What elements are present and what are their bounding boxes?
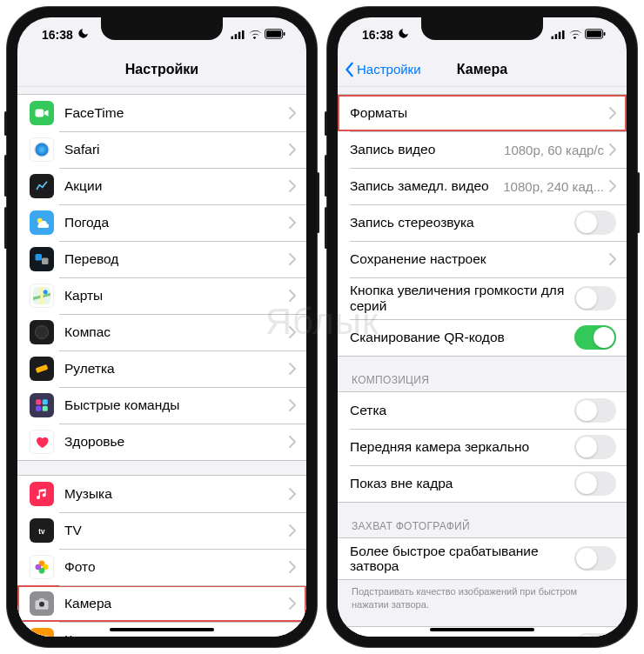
svg-rect-38 — [587, 30, 601, 37]
camera-row-mirror-front[interactable]: Передняя камера зеркально — [338, 429, 627, 465]
chevron-right-icon — [289, 399, 296, 411]
camera-row-grid[interactable]: Сетка — [338, 392, 627, 429]
toggle-grid[interactable] — [574, 398, 616, 423]
dnd-icon — [77, 28, 89, 43]
settings-row-weather[interactable]: Погода — [17, 204, 306, 241]
svg-rect-0 — [231, 37, 234, 39]
music-icon — [30, 482, 54, 506]
chevron-right-icon — [289, 107, 296, 119]
tv-icon: tv — [30, 518, 54, 543]
row-label: Карты — [64, 288, 289, 304]
settings-row-facetime[interactable]: FaceTime — [17, 95, 306, 131]
camera-row-faster-shutter[interactable]: Более быстрое срабатывание затвора — [338, 538, 627, 580]
chevron-right-icon — [289, 253, 296, 265]
settings-row-safari[interactable]: Safari — [17, 131, 306, 168]
chevron-right-icon — [609, 107, 616, 119]
row-label: Акции — [64, 178, 289, 194]
status-time: 16:38 — [42, 28, 73, 42]
row-label: Сетка — [350, 403, 574, 418]
row-label: Сканирование QR-кодов — [350, 330, 574, 345]
svg-rect-5 — [266, 30, 281, 37]
status-time: 16:38 — [362, 28, 393, 42]
chevron-right-icon — [289, 217, 296, 229]
phone-right: 16:38 Настройки Камера ФорматыЗапись вид… — [327, 7, 637, 647]
svg-rect-1 — [235, 34, 238, 39]
row-label: Книги — [64, 632, 289, 637]
safari-icon — [30, 137, 54, 162]
page-title: Камера — [457, 62, 507, 77]
row-detail: 1080p, 60 кадр/с — [504, 143, 604, 157]
settings-row-tv[interactable]: tvTV — [17, 512, 306, 549]
toggle-mirror-front[interactable] — [574, 435, 616, 459]
maps-icon — [30, 284, 54, 308]
dnd-icon — [397, 28, 409, 43]
svg-rect-2 — [238, 32, 241, 39]
page-title: Настройки — [125, 62, 198, 77]
camera-settings-content[interactable]: ФорматыЗапись видео1080p, 60 кадр/сЗапис… — [338, 87, 627, 637]
toggle-scan-qr[interactable] — [574, 325, 616, 350]
settings-row-shortcuts[interactable]: Быстрые команды — [17, 387, 306, 424]
camera-row-volume-burst[interactable]: Кнопка увеличения громкости для серий — [338, 277, 627, 319]
svg-point-14 — [44, 290, 48, 294]
camera-row-preserve-settings[interactable]: Сохранение настроек — [338, 241, 627, 277]
chevron-right-icon — [289, 143, 296, 156]
toggle-smart-hdr[interactable] — [574, 633, 616, 637]
row-label: Передняя камера зеркально — [350, 439, 574, 455]
svg-rect-16 — [36, 364, 49, 373]
row-label: Показ вне кадра — [350, 476, 574, 491]
svg-text:tv: tv — [38, 528, 45, 536]
chevron-right-icon — [289, 634, 296, 637]
row-label: Запись стереозвука — [350, 215, 574, 230]
camera-row-view-outside-frame[interactable]: Показ вне кадра — [338, 465, 627, 502]
settings-row-translate[interactable]: Перевод — [17, 241, 306, 277]
row-label: Более быстрое срабатывание затвора — [350, 544, 574, 575]
chevron-right-icon — [289, 363, 296, 375]
photos-icon — [30, 555, 54, 579]
chevron-right-icon — [289, 524, 296, 537]
chevron-right-icon — [289, 597, 296, 610]
chevron-right-icon — [289, 436, 296, 448]
home-indicator — [110, 628, 214, 631]
settings-row-music[interactable]: Музыка — [17, 476, 306, 512]
toggle-faster-shutter[interactable] — [574, 546, 616, 571]
cellular-icon — [231, 28, 245, 42]
row-label: Рулетка — [64, 361, 289, 377]
row-detail: 1080p, 240 кад... — [503, 179, 604, 194]
stocks-icon — [30, 174, 54, 198]
settings-row-stocks[interactable]: Акции — [17, 168, 306, 204]
camera-row-scan-qr[interactable]: Сканирование QR-кодов — [338, 319, 627, 356]
settings-content[interactable]: FaceTimeSafariАкцииПогодаПереводКартыКом… — [17, 87, 306, 637]
svg-point-15 — [36, 326, 49, 339]
chevron-right-icon — [609, 143, 616, 156]
toggle-volume-burst[interactable] — [574, 286, 616, 310]
settings-row-health[interactable]: Здоровье — [17, 424, 306, 460]
toggle-view-outside-frame[interactable] — [574, 471, 616, 496]
toggle-stereo-sound[interactable] — [574, 210, 616, 235]
chevron-right-icon — [289, 326, 296, 338]
svg-rect-20 — [43, 406, 48, 411]
row-label: Музыка — [64, 486, 289, 502]
row-label: Кнопка увеличения громкости для серий — [350, 283, 574, 314]
camera-icon — [30, 591, 54, 616]
measure-icon — [30, 357, 54, 381]
svg-rect-33 — [552, 37, 554, 39]
settings-row-maps[interactable]: Карты — [17, 277, 306, 314]
svg-rect-17 — [36, 399, 41, 404]
row-label: Запись видео — [350, 142, 504, 157]
settings-row-compass[interactable]: Компас — [17, 314, 306, 350]
back-button[interactable]: Настройки — [345, 62, 421, 77]
row-label: FaceTime — [64, 105, 289, 121]
row-label: Перевод — [64, 251, 289, 267]
camera-row-record-slomo[interactable]: Запись замедл. видео1080p, 240 кад... — [338, 168, 627, 204]
camera-row-record-video[interactable]: Запись видео1080p, 60 кадр/с — [338, 131, 627, 168]
chevron-right-icon — [289, 561, 296, 573]
settings-row-photos[interactable]: Фото — [17, 549, 306, 585]
row-label: Запись замедл. видео — [350, 178, 503, 194]
cellular-icon — [551, 28, 565, 42]
settings-row-measure[interactable]: Рулетка — [17, 350, 306, 387]
camera-row-formats[interactable]: Форматы — [338, 95, 627, 131]
settings-row-camera[interactable]: Камера — [17, 585, 306, 622]
row-label: Быстрые команды — [64, 397, 289, 413]
camera-row-stereo-sound[interactable]: Запись стереозвука — [338, 204, 627, 241]
translate-icon — [30, 247, 54, 271]
